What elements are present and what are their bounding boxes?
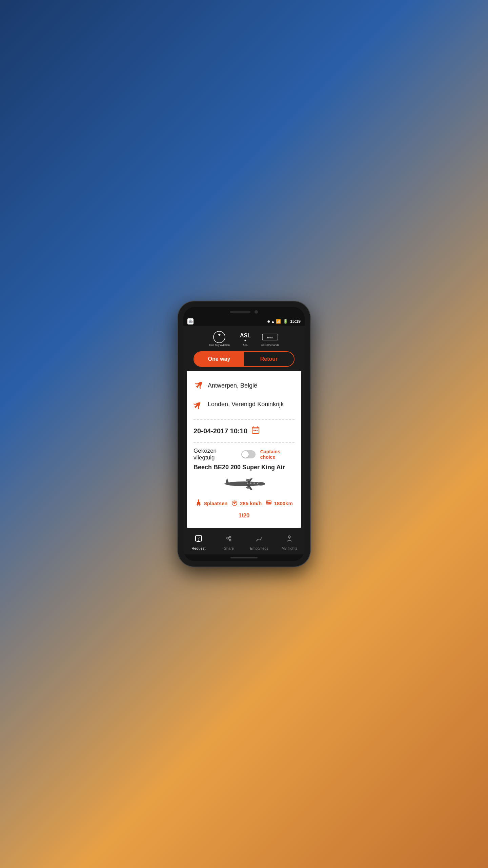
- route-section: Antwerpen, België Londen, Verenigd Konin…: [187, 371, 301, 419]
- stat-speed: 285 km/h: [231, 499, 262, 508]
- svg-point-25: [257, 483, 258, 484]
- stat-range: km 1800km: [265, 499, 293, 508]
- stat-seats: 8plaatsen: [195, 499, 227, 508]
- nav-request[interactable]: ? Request: [188, 535, 209, 550]
- wifi-icon: ▴: [272, 319, 274, 324]
- phone-top-bar: [183, 307, 305, 317]
- svg-point-23: [250, 482, 251, 484]
- blue-sky-label: Blue Sky Aviation: [209, 343, 230, 347]
- app-content: ✈ Blue Sky Aviation ASL ✈ ASL Jet: [183, 326, 305, 555]
- my-flights-icon: [285, 535, 293, 545]
- status-right: ⎈ ▴ 📶 🔋 15:19: [267, 319, 301, 324]
- svg-line-43: [229, 539, 230, 540]
- flight-card: Antwerpen, België Londen, Verenigd Konin…: [187, 371, 301, 528]
- seats-value: 8plaatsen: [204, 500, 227, 506]
- range-icon: km: [265, 499, 272, 508]
- empty-legs-label: Empty legs: [250, 546, 268, 550]
- speed-value: 285 km/h: [240, 500, 262, 506]
- asl-logo-svg: ASL ✈: [237, 331, 254, 343]
- aircraft-label: Gekozen vliegtuig: [194, 448, 237, 461]
- svg-text:ASL: ASL: [240, 333, 251, 338]
- svg-text:✈: ✈: [244, 339, 246, 342]
- home-bar: [230, 557, 258, 558]
- svg-point-31: [234, 503, 235, 504]
- svg-point-21: [246, 487, 250, 489]
- calendar-icon[interactable]: [251, 426, 260, 436]
- svg-text:JetNL: JetNL: [266, 336, 273, 339]
- speed-icon: [231, 499, 238, 508]
- svg-text:✈: ✈: [218, 333, 221, 337]
- svg-text:km: km: [268, 502, 271, 504]
- phone-screen: 🤖 ⎈ ▴ 📶 🔋 15:19 ✈ Blue Sky Avi: [183, 307, 305, 561]
- svg-rect-11: [255, 430, 256, 431]
- asl-label: ASL: [243, 343, 248, 347]
- svg-rect-27: [197, 505, 198, 506]
- time-display: 15:19: [290, 319, 301, 324]
- captains-choice-label: Captains choice: [260, 449, 294, 460]
- range-value: 1800km: [274, 500, 293, 506]
- arrival-city: Londen, Verenigd Koninkrijk: [208, 401, 284, 408]
- arrival-row: Londen, Verenigd Koninkrijk: [194, 395, 294, 414]
- header-logos: ✈ Blue Sky Aviation ASL ✈ ASL Jet: [183, 326, 305, 352]
- nav-my-flights[interactable]: My flights: [279, 535, 300, 550]
- seats-icon: [195, 499, 202, 508]
- aircraft-label-row: Gekozen vliegtuig Captains choice: [194, 448, 294, 461]
- svg-rect-28: [199, 505, 200, 506]
- speaker-bar: [230, 311, 250, 313]
- jet-label: JetNetherlands: [261, 343, 279, 347]
- aircraft-image: [194, 475, 294, 495]
- trip-type-toggle[interactable]: One way Retour: [194, 351, 294, 367]
- request-label: Request: [191, 546, 205, 550]
- svg-rect-12: [257, 430, 258, 431]
- my-flights-label: My flights: [282, 546, 297, 550]
- request-icon: ?: [195, 535, 203, 545]
- aircraft-name: Beech BE20 200 Super King Air: [194, 464, 294, 471]
- svg-point-24: [253, 482, 255, 484]
- aircraft-pagination[interactable]: 1/20: [194, 510, 294, 523]
- arrival-plane-icon: [191, 397, 206, 412]
- bluetooth-icon: ⎈: [267, 319, 270, 324]
- share-label: Share: [224, 546, 234, 550]
- empty-legs-icon: [255, 535, 263, 545]
- android-icon: 🤖: [187, 318, 194, 324]
- logo-jet-netherlands: JetNL JetNetherlands: [261, 331, 279, 347]
- status-left: 🤖: [187, 318, 194, 324]
- nav-share[interactable]: Share: [219, 535, 239, 550]
- battery-icon: 🔋: [283, 319, 288, 324]
- jet-netherlands-svg: JetNL: [262, 331, 279, 343]
- aircraft-silhouette-svg: [217, 475, 271, 492]
- nav-empty-legs[interactable]: Empty legs: [249, 535, 269, 550]
- bottom-navigation: ? Request Shar: [183, 531, 305, 554]
- svg-point-20: [246, 479, 250, 481]
- svg-point-22: [247, 482, 248, 484]
- svg-text:?: ?: [198, 536, 200, 540]
- one-way-button[interactable]: One way: [194, 352, 244, 366]
- departure-plane-icon: [191, 378, 206, 394]
- share-icon: [225, 535, 233, 545]
- svg-rect-26: [197, 504, 201, 505]
- date-section[interactable]: 20-04-2017 10:10: [187, 420, 301, 442]
- retour-button[interactable]: Retour: [244, 352, 294, 366]
- phone-bottom-bar: [183, 554, 305, 561]
- logo-asl: ASL ✈ ASL: [237, 331, 254, 347]
- logo-blue-sky: ✈ Blue Sky Aviation: [209, 331, 230, 347]
- departure-city: Antwerpen, België: [208, 382, 257, 389]
- captains-choice-toggle[interactable]: [241, 450, 255, 458]
- camera-dot: [255, 310, 258, 314]
- signal-icon: 📶: [276, 319, 281, 324]
- departure-row: Antwerpen, België: [194, 376, 294, 395]
- aircraft-section: Gekozen vliegtuig Captains choice Beech …: [187, 443, 301, 528]
- blue-sky-logo-svg: ✈: [213, 331, 226, 343]
- date-value: 20-04-2017 10:10: [194, 427, 247, 435]
- phone-frame: 🤖 ⎈ ▴ 📶 🔋 15:19 ✈ Blue Sky Avi: [178, 301, 310, 567]
- aircraft-stats: 8plaatsen 285 km/h: [194, 499, 294, 508]
- svg-rect-10: [253, 430, 255, 431]
- status-bar: 🤖 ⎈ ▴ 📶 🔋 15:19: [183, 317, 305, 326]
